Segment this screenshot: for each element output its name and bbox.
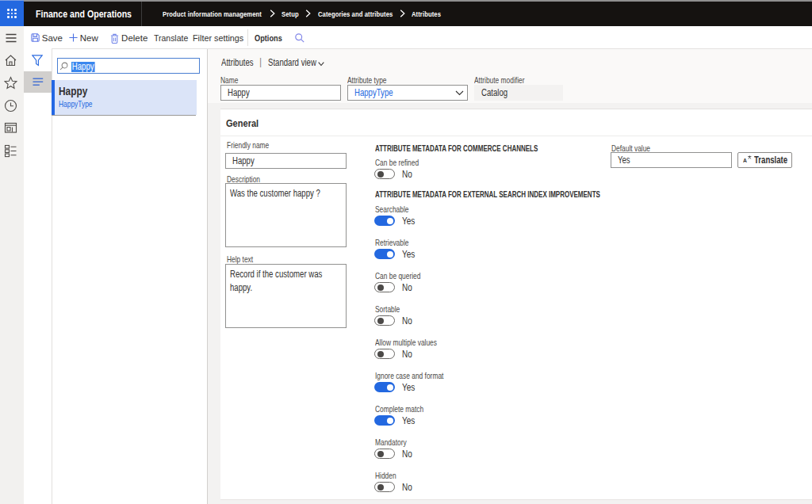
svg-text:A: A xyxy=(743,158,747,163)
